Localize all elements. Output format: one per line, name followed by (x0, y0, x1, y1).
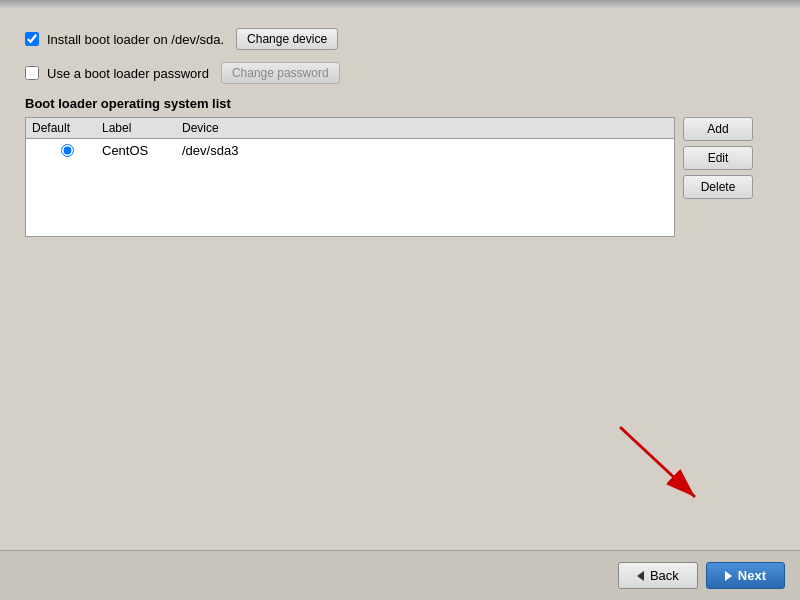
install-bootloader-label: Install boot loader on /dev/sda. (47, 32, 224, 47)
install-bootloader-row: Install boot loader on /dev/sda. Change … (25, 28, 775, 50)
edit-button[interactable]: Edit (683, 146, 753, 170)
header-label: Label (102, 121, 182, 135)
next-button[interactable]: Next (706, 562, 785, 589)
back-label: Back (650, 568, 679, 583)
back-button[interactable]: Back (618, 562, 698, 589)
change-password-button: Change password (221, 62, 340, 84)
add-button[interactable]: Add (683, 117, 753, 141)
header-device: Device (182, 121, 668, 135)
table-action-buttons: Add Edit Delete (683, 117, 753, 199)
next-label: Next (738, 568, 766, 583)
svg-line-1 (620, 427, 695, 497)
os-list-section-title: Boot loader operating system list (25, 96, 775, 111)
change-device-button[interactable]: Change device (236, 28, 338, 50)
bootloader-password-label: Use a boot loader password (47, 66, 209, 81)
back-arrow-icon (637, 571, 644, 581)
os-device: /dev/sda3 (182, 143, 668, 158)
header-default: Default (32, 121, 102, 135)
bootloader-password-row: Use a boot loader password Change passwo… (25, 62, 775, 84)
bootloader-password-checkbox[interactable] (25, 66, 39, 80)
next-arrow-icon (725, 571, 732, 581)
bottom-navigation: Back Next (0, 550, 800, 600)
os-table-header: Default Label Device (26, 118, 674, 139)
install-bootloader-checkbox[interactable] (25, 32, 39, 46)
main-content: Install boot loader on /dev/sda. Change … (0, 8, 800, 257)
delete-button[interactable]: Delete (683, 175, 753, 199)
os-table: Default Label Device CentOS /dev/sda3 (25, 117, 675, 237)
default-radio-cell[interactable] (32, 144, 102, 157)
os-table-container: Default Label Device CentOS /dev/sda3 Ad… (25, 117, 775, 237)
table-row[interactable]: CentOS /dev/sda3 (26, 139, 674, 162)
os-label: CentOS (102, 143, 182, 158)
default-radio[interactable] (61, 144, 74, 157)
red-arrow-annotation (600, 417, 720, 520)
top-bar (0, 0, 800, 8)
